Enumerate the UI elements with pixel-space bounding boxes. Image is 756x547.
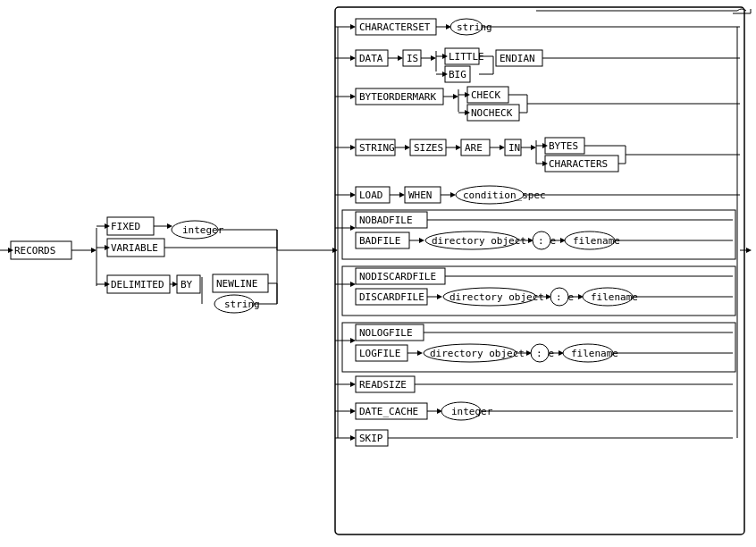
skip-label: SKIP (359, 433, 383, 444)
characterset-label: CHARACTERSET (359, 21, 431, 33)
are-label: ARE (465, 142, 483, 154)
when-label: WHEN (408, 189, 433, 201)
by-label: BY (181, 279, 193, 290)
nodiscardfile-label: NODISCARDFILE (359, 271, 436, 282)
records-label: RECORDS (14, 245, 55, 257)
little-label: LITTLE (449, 51, 484, 63)
characters-label: CHARACTERS (549, 158, 608, 170)
svg-marker-175 (746, 248, 752, 253)
date-cache-label: DATE_CACHE (359, 406, 418, 417)
variable-label: VARIABLE (111, 242, 158, 254)
string-sizes-label: STRING (359, 142, 395, 154)
nocheck-label: NOCHECK (471, 107, 513, 119)
badfile-label: BADFILE (359, 235, 400, 247)
svg-marker-3 (91, 248, 97, 253)
logfile-label: LOGFILE (359, 348, 400, 359)
discardfile-label: DISCARDFILE (359, 291, 424, 303)
load-label: LOAD (359, 189, 383, 201)
bytes-label: BYTES (549, 140, 578, 152)
delimited-label: DELIMITED (111, 279, 164, 290)
filename2-label: filename (591, 291, 638, 303)
sizes-label: SIZES (414, 142, 443, 154)
byteordermark-label: BYTEORDERMARK (359, 91, 436, 103)
fixed-label: FIXED (111, 221, 140, 232)
syntax-diagram: RECORDS FIXED VARIABLE integer DELIMITED… (0, 0, 756, 547)
integer-label: integer (182, 224, 224, 236)
endian-label: ENDIAN (500, 53, 535, 64)
filename3-label: filename (571, 348, 618, 359)
nobadfile-label: NOBADFILE (359, 215, 413, 226)
is-label: IS (407, 53, 418, 64)
colon2-label: : (556, 291, 562, 303)
colon1-label: : (538, 235, 544, 247)
check-label: CHECK (471, 89, 500, 101)
newline-label: NEWLINE (216, 278, 257, 290)
colon3-label: : (536, 348, 542, 359)
big-label: BIG (449, 69, 466, 80)
data-label: DATA (359, 53, 383, 64)
filename1-label: filename (573, 235, 620, 247)
readsize-label: READSIZE (359, 379, 407, 391)
in-label: IN (508, 142, 520, 154)
nologfile-label: NOLOGFILE (359, 327, 413, 339)
